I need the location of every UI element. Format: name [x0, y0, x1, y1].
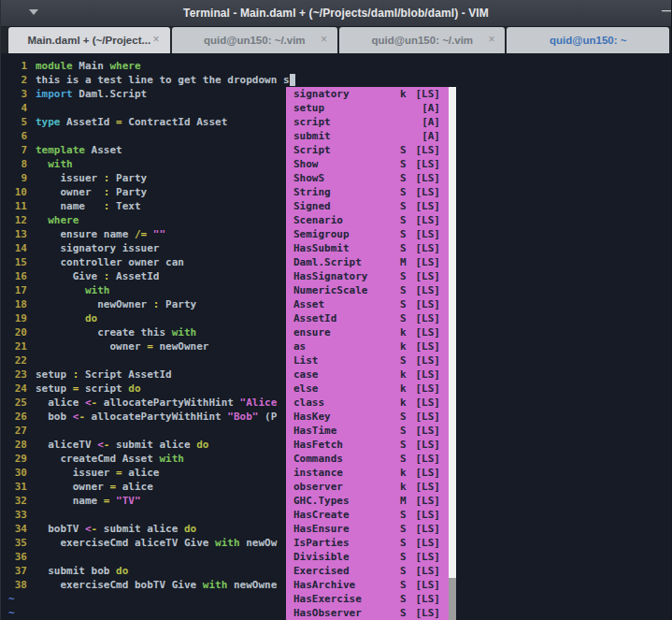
tab-4[interactable]: quid@un150: ~	[507, 27, 669, 53]
completion-item[interactable]: StringS[LS]	[286, 185, 449, 199]
completion-item[interactable]: ShowS[LS]	[286, 157, 449, 171]
code-segment: Give	[36, 270, 104, 282]
line-number: 7	[8, 143, 27, 157]
completion-kind: S	[400, 143, 407, 157]
completion-item[interactable]: casek[LS]	[286, 368, 449, 382]
line-number: 28	[8, 438, 27, 452]
tab-close-icon[interactable]: ×	[321, 34, 327, 46]
code-segment: owner	[36, 340, 147, 353]
completion-item[interactable]: ScriptS[LS]	[286, 143, 449, 157]
completion-item[interactable]: AssetS[LS]	[286, 297, 449, 311]
completion-item[interactable]: HasTimeS[LS]	[286, 424, 449, 438]
completion-item[interactable]: HasEnsureS[LS]	[286, 522, 449, 536]
completion-item[interactable]: HasSubmitS[LS]	[286, 241, 449, 255]
completion-name: HasSignatory	[293, 269, 400, 283]
completion-source-tag: [LS]	[414, 368, 440, 382]
completion-source-tag: [LS]	[414, 213, 440, 227]
completion-kind: k	[400, 325, 407, 339]
minimize-button[interactable]: —	[662, 3, 672, 17]
completion-item[interactable]: HasArchiveS[LS]	[286, 578, 449, 592]
code-segment: Script AssetId	[79, 368, 171, 381]
completion-item[interactable]: GHC.TypesM[LS]	[286, 494, 449, 508]
completion-item[interactable]: submit[A]	[286, 129, 449, 143]
code-segment: script	[79, 382, 128, 395]
completion-item[interactable]: Daml.ScriptM[LS]	[286, 255, 449, 269]
completion-item[interactable]: ask[LS]	[286, 339, 449, 353]
code-segment: alice	[122, 467, 160, 479]
line-number: 35	[8, 536, 27, 550]
completion-item[interactable]: script[A]	[286, 115, 449, 129]
code-segment: AssetId	[109, 270, 159, 282]
completion-item[interactable]: signatoryk[LS]	[286, 87, 449, 101]
code-segment: newOwner	[36, 298, 153, 310]
completion-source-tag: [LS]	[414, 396, 440, 410]
window-menu-icon[interactable]	[29, 9, 38, 15]
completion-item[interactable]: instancek[LS]	[286, 466, 449, 480]
tab-close-icon[interactable]: ×	[153, 34, 160, 46]
completion-name: signatory	[293, 87, 400, 101]
completion-item[interactable]: classk[LS]	[286, 396, 449, 410]
code-segment: alice	[36, 397, 85, 409]
completion-item[interactable]: ListS[LS]	[286, 353, 449, 368]
completion-name: script	[293, 115, 400, 129]
completion-kind: k	[400, 480, 407, 494]
completion-item[interactable]: NumericScaleS[LS]	[286, 283, 449, 297]
line-number: 38	[8, 578, 27, 592]
completion-item[interactable]: setup[A]	[286, 101, 449, 115]
tab-2[interactable]: quid@un150: ~/.vim×	[172, 27, 337, 53]
completion-item[interactable]: HasExerciseS[LS]	[286, 592, 449, 606]
code-segment: newOwne	[227, 579, 277, 591]
tab-close-icon[interactable]: ×	[488, 34, 494, 46]
completion-item[interactable]: ensurek[LS]	[286, 325, 449, 339]
completion-item[interactable]: ScenarioS[LS]	[286, 213, 449, 227]
completion-item[interactable]: AssetIdS[LS]	[286, 311, 449, 325]
tab-1[interactable]: Main.daml + (~/Project...×	[8, 27, 170, 53]
completion-source-tag: [LS]	[414, 87, 440, 101]
completion-item[interactable]: HasFetchS[LS]	[286, 438, 449, 452]
code-segment: where	[110, 60, 141, 72]
completion-name: Commands	[293, 452, 400, 466]
popup-scrollbar-thumb[interactable]	[449, 578, 456, 620]
completion-kind: S	[400, 424, 407, 438]
code-segment: Party	[109, 172, 147, 184]
completion-item[interactable]: elsek[LS]	[286, 382, 449, 396]
line-number: 23	[8, 368, 27, 382]
completion-source-tag: [LS]	[414, 255, 440, 269]
completion-source-tag: [LS]	[414, 185, 440, 199]
completion-item[interactable]: SemigroupS[LS]	[286, 227, 449, 241]
completion-item[interactable]: observerk[LS]	[286, 480, 449, 494]
code-segment: where	[48, 214, 79, 226]
completion-item[interactable]: ExercisedS[LS]	[286, 564, 449, 578]
completion-kind: S	[400, 353, 407, 368]
completion-kind: S	[400, 199, 407, 213]
line-number: 5	[8, 115, 27, 129]
code-segment: this is a test line to get the dropdown …	[36, 74, 290, 86]
completion-kind: S	[400, 297, 407, 311]
line-number: 27	[8, 424, 27, 438]
completion-kind: k	[400, 87, 407, 101]
code-segment: =	[147, 340, 153, 353]
completion-item[interactable]: HasObserverS[LS]	[286, 606, 449, 620]
completion-item[interactable]: DivisibleS[LS]	[286, 550, 449, 564]
code-segment: import	[36, 88, 73, 100]
line-number: 19	[8, 311, 27, 325]
completion-item[interactable]: HasKeyS[LS]	[286, 410, 449, 424]
completion-source-tag: [LS]	[414, 157, 440, 171]
completion-item[interactable]: CommandsS[LS]	[286, 452, 449, 466]
tab-3[interactable]: quid@un150: ~/.vim×	[339, 27, 505, 53]
code-segment: <	[97, 439, 104, 451]
completion-name: submit	[293, 129, 400, 143]
completion-item[interactable]: HasCreateS[LS]	[286, 508, 449, 522]
popup-scrollbar[interactable]	[449, 87, 456, 620]
completion-source-tag: [LS]	[414, 424, 440, 438]
completion-source-tag: [LS]	[414, 143, 440, 157]
completion-kind: S	[400, 213, 407, 227]
completion-item[interactable]: SignedS[LS]	[286, 199, 449, 213]
completion-item[interactable]: IsPartiesS[LS]	[286, 536, 449, 550]
completion-name: else	[293, 382, 400, 396]
code-segment: Daml.Script	[73, 88, 147, 100]
code-segment: (P	[258, 411, 277, 423]
completion-item[interactable]: ShowSS[LS]	[286, 171, 449, 185]
completion-item[interactable]: HasSignatoryS[LS]	[286, 269, 449, 283]
line-number: 32	[8, 494, 27, 508]
